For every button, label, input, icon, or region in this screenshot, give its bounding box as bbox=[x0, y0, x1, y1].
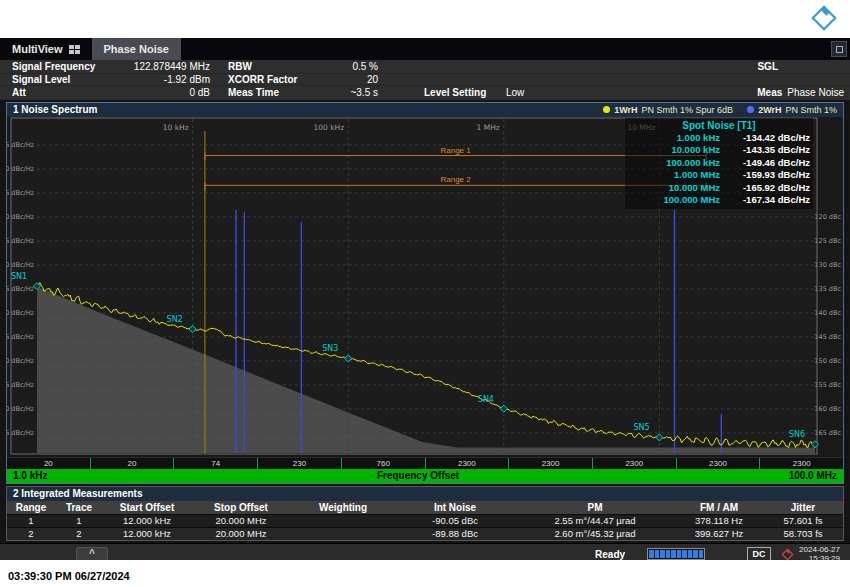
trace2-marker: 2WrH bbox=[758, 105, 781, 115]
segment-count: 760 bbox=[341, 458, 425, 469]
svg-text:125 dBc: 125 dBc bbox=[814, 237, 841, 245]
progress-segment bbox=[682, 550, 687, 558]
segment-count: 74 bbox=[173, 458, 257, 469]
xcorr-factor-value[interactable]: 20 bbox=[320, 74, 378, 85]
measurements-cell: 2.55 m°/44.47 µrad bbox=[515, 515, 675, 527]
svg-text:140 dBc: 140 dBc bbox=[814, 309, 841, 317]
segment-count: 230 bbox=[257, 458, 341, 469]
progress-segment bbox=[666, 550, 671, 558]
spot-noise-rows: 1.000 kHz-134.42 dBc/Hz10.000 kHz-143.35… bbox=[628, 132, 810, 207]
x-axis-stop: 100.0 MHz bbox=[789, 470, 837, 481]
level-setting-label: Level Setting bbox=[424, 87, 506, 98]
rbw-label: RBW bbox=[228, 61, 320, 72]
svg-text:155 dBc: 155 dBc bbox=[814, 381, 841, 389]
trace2-legend-item[interactable]: 2WrH PN Smth 1% bbox=[747, 105, 837, 115]
svg-text:SN5: SN5 bbox=[633, 423, 649, 432]
measurements-cell: 2 bbox=[55, 528, 103, 540]
tab-phase-noise[interactable]: Phase Noise bbox=[92, 38, 181, 60]
meas-mode-value: Phase Noise bbox=[787, 87, 844, 98]
measurements-column-header: Trace bbox=[55, 501, 103, 514]
measurements-table-row[interactable]: 2212.000 kHz20.000 MHz-89.88 dBc2.60 m°/… bbox=[7, 528, 843, 540]
rbw-value[interactable]: 0.5 % bbox=[320, 61, 378, 72]
meas-time-value[interactable]: ~3.5 s bbox=[320, 87, 378, 98]
measurements-cell: 2.60 m°/45.32 µrad bbox=[515, 528, 675, 540]
status-bar: ^ Ready DC 2024-06-27 15:39:29 bbox=[0, 543, 850, 561]
trace1-marker: 1WrH bbox=[614, 105, 637, 115]
analyzer-window: MultiView Phase Noise Signal Frequency 1… bbox=[0, 38, 850, 560]
level-setting-value[interactable]: Low bbox=[506, 87, 566, 98]
measurements-column-header: Stop Offset bbox=[191, 501, 291, 514]
integrated-measurements-window: 2 Integrated Measurements RangeTraceStar… bbox=[6, 486, 844, 541]
trace1-label: PN Smth 1% Spur 6dB bbox=[642, 105, 734, 115]
progress-bar bbox=[647, 548, 705, 560]
meas-time-label: Meas Time bbox=[228, 87, 320, 98]
svg-text:10 kHz: 10 kHz bbox=[163, 123, 189, 132]
window-icon bbox=[836, 46, 843, 53]
measurements-rows: 1112.000 kHz20.000 MHz-90.05 dBc2.55 m°/… bbox=[7, 515, 843, 540]
spot-noise-frequency: 100.000 MHz bbox=[628, 194, 720, 207]
multiview-grid-icon bbox=[69, 45, 80, 54]
measurements-column-header: Weighting bbox=[291, 501, 395, 514]
spot-noise-row: 100.000 MHz-167.34 dBc/Hz bbox=[628, 194, 810, 207]
x-axis-label: Frequency Offset bbox=[377, 470, 459, 481]
measurements-cell: 378.118 Hz bbox=[675, 515, 763, 527]
screen: MultiView Phase Noise Signal Frequency 1… bbox=[0, 0, 850, 587]
spot-noise-value: -159.93 dBc/Hz bbox=[720, 169, 810, 182]
measurements-column-header: Int Noise bbox=[395, 501, 515, 514]
signal-level-value[interactable]: -1.92 dBm bbox=[130, 74, 210, 85]
segment-count: 20 bbox=[7, 458, 90, 469]
measurements-table-row[interactable]: 1112.000 kHz20.000 MHz-90.05 dBc2.55 m°/… bbox=[7, 515, 843, 528]
spot-noise-frequency: 10.000 kHz bbox=[628, 144, 720, 157]
measurements-cell: 20.000 MHz bbox=[191, 528, 291, 540]
xcorr-segment-counts: 20207423076023002300230023002300 bbox=[7, 457, 843, 469]
progress-segment bbox=[688, 550, 693, 558]
meas-mode: MeasPhase Noise bbox=[757, 87, 844, 98]
spot-noise-title: Spot Noise [T1] bbox=[628, 119, 810, 132]
integrated-measurements-titlebar[interactable]: 2 Integrated Measurements bbox=[7, 487, 843, 501]
desktop-bottom: 03:39:30 PM 06/27/2024 bbox=[0, 560, 850, 587]
spot-noise-row: 1.000 MHz-159.93 dBc/Hz bbox=[628, 169, 810, 182]
noise-spectrum-titlebar[interactable]: 1 Noise Spectrum 1WrH PN Smth 1% Spur 6d… bbox=[7, 103, 843, 117]
att-value[interactable]: 0 dB bbox=[130, 87, 210, 98]
spot-noise-value: -165.92 dBc/Hz bbox=[720, 182, 810, 195]
svg-text:SN6: SN6 bbox=[789, 430, 805, 439]
progress-segment bbox=[655, 550, 660, 558]
segment-count: 20 bbox=[90, 458, 174, 469]
svg-text:145 dBc: 145 dBc bbox=[814, 333, 841, 341]
svg-text:SN4: SN4 bbox=[478, 394, 494, 403]
new-channel-button[interactable] bbox=[831, 41, 847, 57]
measurements-column-header: FM / AM bbox=[675, 501, 763, 514]
measurements-cell: 1 bbox=[7, 515, 55, 527]
measurements-cell: 20.000 MHz bbox=[191, 515, 291, 527]
svg-text:Range 2: Range 2 bbox=[440, 175, 471, 184]
sgl-badge: SGL bbox=[757, 61, 778, 72]
svg-text:Range 1: Range 1 bbox=[440, 145, 471, 154]
segment-count: 2300 bbox=[508, 458, 592, 469]
measurements-column-header: Jitter bbox=[763, 501, 843, 514]
measurements-cell: 1 bbox=[55, 515, 103, 527]
progress-segment bbox=[660, 550, 665, 558]
tab-bar: MultiView Phase Noise bbox=[0, 38, 850, 60]
signal-frequency-value[interactable]: 122.878449 MHz bbox=[130, 61, 210, 72]
signal-level-label: Signal Level bbox=[12, 74, 130, 85]
progress-segment bbox=[693, 550, 698, 558]
spot-noise-row: 100.000 kHz-149.46 dBc/Hz bbox=[628, 157, 810, 170]
svg-text:160 dBc: 160 dBc bbox=[814, 405, 841, 413]
att-label: Att bbox=[12, 87, 130, 98]
measurement-header: Signal Frequency 122.878449 MHz RBW 0.5 … bbox=[0, 60, 850, 100]
status-ready: Ready bbox=[595, 549, 625, 560]
panel-expand-button[interactable]: ^ bbox=[76, 547, 108, 561]
spot-noise-frequency: 100.000 kHz bbox=[628, 157, 720, 170]
measurements-column-header: Range bbox=[7, 501, 55, 514]
integrated-measurements-title: 2 Integrated Measurements bbox=[13, 488, 143, 499]
measurements-column-header: Start Offset bbox=[103, 501, 191, 514]
spot-noise-value: -134.42 dBc/Hz bbox=[720, 132, 810, 145]
trace1-legend-item[interactable]: 1WrH PN Smth 1% Spur 6dB bbox=[603, 105, 733, 115]
noise-spectrum-chart[interactable]: -105 dBc/Hz-110 dBc/Hz-115 dBc/Hz-120 dB… bbox=[7, 117, 843, 457]
tab-multiview[interactable]: MultiView bbox=[0, 38, 92, 60]
svg-text:1 MHz: 1 MHz bbox=[477, 123, 500, 132]
progress-segment bbox=[671, 550, 676, 558]
meas-mode-label: Meas bbox=[757, 87, 782, 98]
measurements-cell: 57.601 fs bbox=[763, 515, 843, 527]
svg-text:SN2: SN2 bbox=[167, 315, 183, 324]
